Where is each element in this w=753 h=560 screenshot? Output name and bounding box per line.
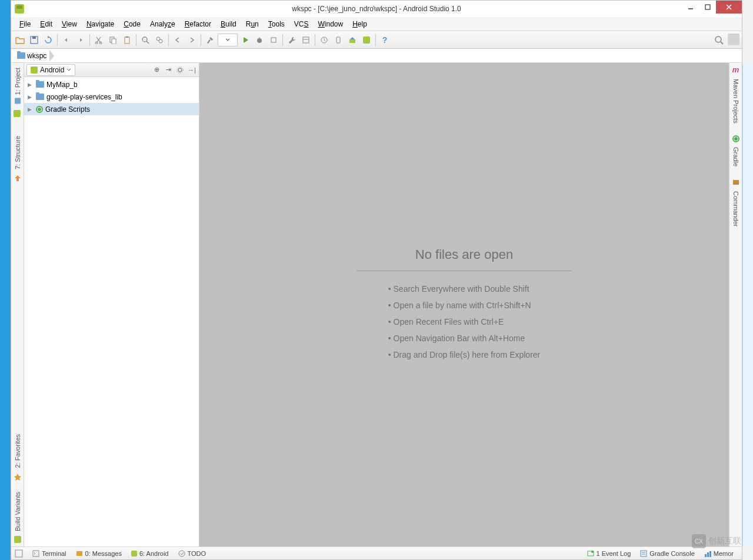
- paste-button[interactable]: [121, 34, 134, 46]
- settings-button[interactable]: [285, 34, 298, 46]
- save-button[interactable]: [28, 34, 41, 46]
- status-todo[interactable]: TODO: [174, 550, 211, 557]
- help-button[interactable]: ?: [378, 34, 391, 46]
- status-event-log[interactable]: 1 Event Log: [582, 550, 636, 557]
- svg-rect-41: [705, 554, 707, 557]
- redo-icon: [76, 36, 85, 44]
- svg-line-15: [146, 41, 149, 44]
- tree-expand-icon[interactable]: ▶: [28, 106, 34, 112]
- tree-item-gradle-scripts[interactable]: ▶ Gradle Scripts: [24, 103, 199, 115]
- chevron-down-icon: [66, 68, 71, 72]
- gutter-gradle[interactable]: Gradle: [732, 142, 739, 171]
- copy-button[interactable]: [106, 34, 119, 46]
- menu-analyze[interactable]: Analyze: [145, 19, 180, 29]
- editor-area[interactable]: No files are open • Search Everywhere wi…: [199, 63, 729, 546]
- android-variant-icon: [14, 536, 21, 543]
- maximize-button[interactable]: [699, 1, 716, 14]
- folder-icon: [36, 94, 44, 100]
- menu-navigate[interactable]: Navigate: [82, 19, 119, 29]
- panel-settings-button[interactable]: [175, 65, 185, 75]
- avd-manager-button[interactable]: [332, 34, 345, 46]
- menu-window[interactable]: Window: [313, 19, 348, 29]
- gutter-favorites[interactable]: 2: Favorites: [14, 429, 21, 472]
- sync-button[interactable]: [42, 34, 55, 46]
- chevron-down-icon: [225, 37, 231, 43]
- star-icon: [14, 473, 22, 481]
- collapse-all-button[interactable]: ⇥: [164, 65, 173, 75]
- minimize-button[interactable]: [683, 1, 699, 14]
- menu-help[interactable]: Help: [348, 19, 372, 29]
- gutter-maven[interactable]: Maven Projects: [732, 74, 739, 128]
- tree-item-label: Gradle Scripts: [45, 105, 90, 114]
- gutter-build-variants[interactable]: Build Variants: [14, 487, 21, 536]
- gutter-project[interactable]: 1: Project: [14, 63, 21, 109]
- svg-rect-21: [303, 37, 309, 43]
- tree-item-mymap[interactable]: ▶ MyMap_b: [24, 78, 199, 91]
- redo-button[interactable]: [74, 34, 87, 46]
- editor-tip: • Drag and Drop file(s) here from Explor…: [388, 346, 541, 363]
- find-button[interactable]: [139, 34, 152, 46]
- avd-icon: [334, 36, 342, 44]
- editor-tip: • Search Everywhere with Double Shift: [388, 281, 541, 297]
- search-everywhere-button[interactable]: [712, 34, 725, 46]
- sdk-manager-button[interactable]: [346, 34, 359, 46]
- terminal-icon: [32, 550, 39, 557]
- project-view-dropdown[interactable]: Android: [26, 64, 75, 76]
- status-toggle[interactable]: [15, 549, 28, 558]
- structure-icon: [302, 36, 310, 44]
- tree-expand-icon[interactable]: ▶: [28, 82, 34, 88]
- menu-tools[interactable]: Tools: [264, 19, 289, 29]
- gutter-commander[interactable]: Commander: [732, 186, 739, 232]
- android-icon: [31, 66, 38, 74]
- make-button[interactable]: [204, 34, 216, 46]
- menu-build[interactable]: Build: [216, 19, 241, 29]
- menu-vcs[interactable]: VCS: [289, 19, 314, 29]
- sdk-icon: [348, 36, 356, 44]
- android-gutter-icon[interactable]: [14, 110, 22, 118]
- main-content: 1: Project 7: Structure 2: Favorites Bui…: [11, 63, 742, 546]
- sync-gradle-button[interactable]: [318, 34, 331, 46]
- close-icon: [726, 4, 732, 10]
- open-button[interactable]: [14, 34, 26, 46]
- undo-button[interactable]: [60, 34, 73, 46]
- svg-rect-5: [32, 36, 36, 39]
- status-memory[interactable]: Memor: [699, 550, 738, 557]
- status-messages[interactable]: 0: Messages: [71, 550, 126, 557]
- run-button[interactable]: [239, 34, 252, 46]
- event-log-icon: [587, 550, 594, 557]
- tree-item-google-play[interactable]: ▶ google-play-services_lib: [24, 91, 199, 103]
- paste-icon: [123, 36, 131, 44]
- breadcrumb-item[interactable]: wkspc: [15, 49, 58, 63]
- menu-edit[interactable]: Edit: [35, 19, 57, 29]
- tool-window-toggle[interactable]: [728, 34, 739, 45]
- svg-rect-13: [126, 36, 128, 38]
- toolbar: ?: [11, 31, 742, 49]
- hide-panel-button[interactable]: →|: [187, 65, 196, 75]
- status-android[interactable]: 6: Android: [126, 550, 174, 557]
- svg-rect-43: [709, 551, 711, 557]
- scroll-from-source-button[interactable]: ⊕: [152, 65, 161, 75]
- close-button[interactable]: [716, 1, 742, 14]
- android-monitor-button[interactable]: [360, 34, 373, 46]
- svg-line-27: [721, 42, 723, 44]
- forward-button[interactable]: [185, 34, 198, 46]
- menu-file[interactable]: File: [15, 19, 35, 29]
- menu-run[interactable]: Run: [241, 19, 264, 29]
- menu-refactor[interactable]: Refactor: [180, 19, 216, 29]
- memory-icon: [704, 550, 711, 557]
- run-config-dropdown[interactable]: [218, 34, 238, 46]
- tree-expand-icon[interactable]: ▶: [28, 94, 34, 100]
- menu-view[interactable]: View: [57, 19, 82, 29]
- gutter-structure[interactable]: 7: Structure: [14, 131, 21, 174]
- attach-debugger-button[interactable]: [267, 34, 280, 46]
- debug-button[interactable]: [253, 34, 266, 46]
- cut-button[interactable]: [92, 34, 105, 46]
- status-terminal[interactable]: Terminal: [28, 550, 71, 557]
- play-icon: [241, 36, 249, 44]
- status-gradle-console[interactable]: Gradle Console: [635, 550, 699, 557]
- project-structure-button[interactable]: [299, 34, 312, 46]
- replace-button[interactable]: [153, 34, 166, 46]
- svg-rect-33: [33, 551, 39, 556]
- back-button[interactable]: [171, 34, 184, 46]
- menu-code[interactable]: Code: [119, 19, 145, 29]
